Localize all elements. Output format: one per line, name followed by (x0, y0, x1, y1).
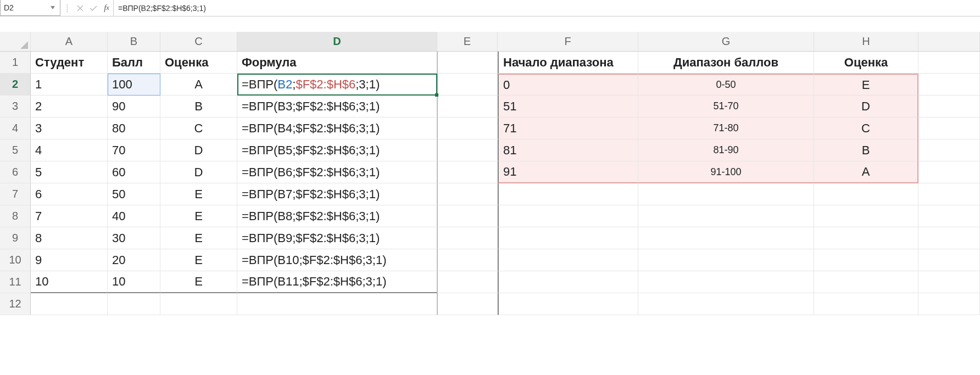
row-header[interactable]: 8 (0, 205, 31, 227)
cell[interactable] (498, 205, 638, 227)
cell[interactable]: =ВПР(B4;$F$2:$H$6;3;1) (237, 117, 437, 139)
cell[interactable]: 1 (31, 74, 108, 96)
cell[interactable] (918, 205, 980, 227)
cell[interactable] (437, 271, 498, 293)
cell[interactable] (918, 96, 980, 117)
name-box[interactable]: D2 (0, 0, 60, 16)
cell[interactable]: 81-90 (638, 139, 814, 161)
cell[interactable] (814, 183, 918, 205)
cell-selected[interactable]: =ВПР(B2;$F$2:$H$6;3;1) (237, 74, 437, 96)
cell[interactable]: 10 (31, 271, 108, 293)
cell[interactable]: 40 (108, 205, 160, 227)
cell[interactable] (498, 293, 638, 315)
cell[interactable]: 90 (108, 96, 160, 117)
cell[interactable]: =ВПР(B11;$F$2:$H$6;3;1) (237, 271, 437, 293)
cell[interactable] (918, 117, 980, 139)
cell[interactable]: E (160, 249, 237, 271)
cell[interactable]: B (160, 96, 237, 117)
cell[interactable]: 5 (31, 161, 108, 183)
row-header[interactable]: 9 (0, 227, 31, 249)
cell[interactable] (814, 205, 918, 227)
cell[interactable] (638, 205, 814, 227)
cell[interactable]: 100 (108, 74, 160, 96)
cell[interactable] (638, 249, 814, 271)
cell[interactable] (918, 249, 980, 271)
cell[interactable]: A (814, 161, 918, 183)
col-header-E[interactable]: E (437, 32, 498, 52)
cell[interactable]: D (160, 161, 237, 183)
cell[interactable]: 91-100 (638, 161, 814, 183)
row-header[interactable]: 5 (0, 139, 31, 161)
col-header-G[interactable]: G (638, 32, 814, 52)
cell[interactable] (498, 249, 638, 271)
cell[interactable]: =ВПР(B9;$F$2:$H$6;3;1) (237, 227, 437, 249)
cell[interactable]: E (160, 205, 237, 227)
cell[interactable]: =ВПР(B7;$F$2:$H$6;3;1) (237, 183, 437, 205)
cell[interactable]: Оценка (160, 52, 237, 74)
cell[interactable] (437, 161, 498, 183)
cell[interactable] (437, 183, 498, 205)
cell[interactable] (814, 227, 918, 249)
cell[interactable] (918, 227, 980, 249)
cell[interactable]: Студент (31, 52, 108, 74)
col-header-H[interactable]: H (814, 32, 918, 52)
col-header-C[interactable]: C (160, 32, 237, 52)
cell[interactable] (814, 249, 918, 271)
row-header[interactable]: 1 (0, 52, 31, 74)
cell[interactable]: 0-50 (638, 74, 814, 96)
cell[interactable] (437, 52, 498, 74)
cell[interactable]: 0 (498, 74, 638, 96)
chevron-down-icon[interactable] (49, 4, 57, 12)
cell[interactable]: A (160, 74, 237, 96)
cell[interactable] (437, 205, 498, 227)
cell[interactable] (918, 161, 980, 183)
cell[interactable]: 70 (108, 139, 160, 161)
cell[interactable]: 6 (31, 183, 108, 205)
select-all-corner[interactable] (0, 32, 31, 52)
cell[interactable]: Балл (108, 52, 160, 74)
cell[interactable]: =ВПР(B5;$F$2:$H$6;3;1) (237, 139, 437, 161)
cell[interactable] (437, 96, 498, 117)
cell[interactable]: 10 (108, 271, 160, 293)
col-header-F[interactable]: F (498, 32, 638, 52)
fx-icon[interactable]: fx (100, 0, 113, 16)
cell[interactable] (237, 293, 437, 315)
cell[interactable] (437, 293, 498, 315)
cell[interactable]: 30 (108, 227, 160, 249)
cell[interactable]: 51-70 (638, 96, 814, 117)
cell[interactable]: C (160, 117, 237, 139)
cell[interactable]: Диапазон баллов (638, 52, 814, 74)
cell[interactable] (160, 293, 237, 315)
cell[interactable]: E (160, 271, 237, 293)
cell[interactable] (918, 139, 980, 161)
cell[interactable]: 91 (498, 161, 638, 183)
cell[interactable] (437, 249, 498, 271)
cell[interactable] (918, 183, 980, 205)
cell[interactable] (814, 271, 918, 293)
cell[interactable]: D (160, 139, 237, 161)
cell[interactable] (638, 271, 814, 293)
cell[interactable]: D (814, 96, 918, 117)
cell[interactable]: 7 (31, 205, 108, 227)
col-header-A[interactable]: A (31, 32, 108, 52)
cell[interactable]: 20 (108, 249, 160, 271)
cell[interactable]: =ВПР(B3;$F$2:$H$6;3;1) (237, 96, 437, 117)
cell[interactable] (498, 183, 638, 205)
cell[interactable]: 60 (108, 161, 160, 183)
cell[interactable] (437, 139, 498, 161)
cell[interactable] (31, 293, 108, 315)
cell[interactable]: B (814, 139, 918, 161)
cell[interactable]: 71-80 (638, 117, 814, 139)
row-header[interactable]: 2 (0, 74, 31, 96)
cell[interactable]: 81 (498, 139, 638, 161)
cell[interactable]: 80 (108, 117, 160, 139)
row-header[interactable]: 3 (0, 96, 31, 117)
cell[interactable]: =ВПР(B10;$F$2:$H$6;3;1) (237, 249, 437, 271)
formula-input[interactable]: =ВПР(B2;$F$2:$H$6;3;1) (113, 0, 980, 16)
cell[interactable]: 4 (31, 139, 108, 161)
cell[interactable] (638, 293, 814, 315)
row-header[interactable]: 10 (0, 249, 31, 271)
cell[interactable]: 50 (108, 183, 160, 205)
cell[interactable] (437, 227, 498, 249)
row-header[interactable]: 11 (0, 271, 31, 293)
